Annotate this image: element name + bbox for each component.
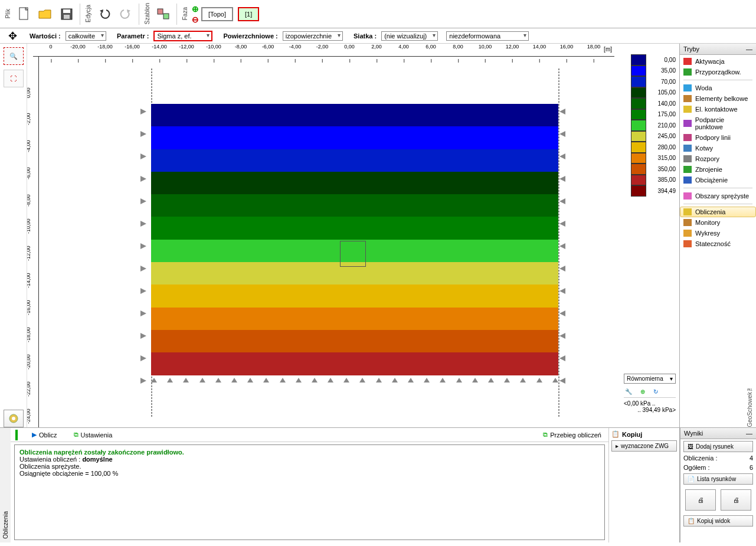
mode-item-0[interactable]: Aktywacja (680, 56, 756, 67)
contour-plot (151, 104, 558, 375)
main-area: 🔍 ⛶ 0-20,00-18,00-16,00-14,00-12,00-10,0… (0, 44, 756, 427)
copy-view-button[interactable]: 📋Kopiuj widok (683, 515, 753, 527)
remove-phase-button[interactable]: ⊖ (192, 15, 199, 24)
print-button-1[interactable]: 🖨 (685, 489, 716, 511)
file-group-label: Plik (4, 8, 12, 19)
svg-rect-5 (163, 14, 169, 19)
modes-title: Tryby (683, 45, 699, 53)
move-icon[interactable]: ✥ (8, 30, 17, 42)
settings-button[interactable]: ⧉Ustawienia (71, 430, 115, 440)
phase-1-button[interactable]: [1] (238, 7, 259, 21)
phase-topo-button[interactable]: [Topo] (201, 7, 233, 21)
bottom-side-label: Obliczenia (2, 508, 9, 542)
bottom-section: Obliczenia ▶Oblicz ⧉Ustawienia ⧉Przebieg… (0, 427, 756, 542)
horizontal-ruler: 0-20,00-18,00-16,00-14,00-12,00-10,00-8,… (33, 44, 614, 57)
copy-zwg-button[interactable]: ▸wyznaczone ZWG (611, 440, 677, 452)
surface-select[interactable]: izopowierzchnie (283, 31, 343, 41)
legend-config-icon[interactable]: 🔧 (625, 388, 632, 395)
mode-item-10[interactable]: Obciążenie (680, 175, 756, 185)
top-toolbar: Plik Edycja Szablon Faza ⊕ ⊖ [Topo] [1] (0, 0, 756, 28)
legend: 0,0035,0070,00105,00140,00175,00210,0024… (620, 44, 679, 427)
surface-label: Powierzchniowe : (223, 32, 277, 40)
legend-reset-icon[interactable]: ↻ (653, 388, 658, 395)
kopiuj-panel: 📋Kopiuj ▸wyznaczone ZWG (608, 428, 679, 542)
modes-panel: Tryby— AktywacjaPrzyporządkow.WodaElemen… (679, 44, 756, 427)
template-button[interactable] (154, 2, 173, 26)
minimize-icon[interactable]: — (746, 430, 752, 437)
mode-item-5[interactable]: Podparcie punktowe (680, 115, 756, 132)
vertical-ruler: 0,00-2,00-4,00-6,00-8,00-10,00-12,00-14,… (27, 57, 39, 427)
canvas[interactable]: 0-20,00-18,00-16,00-14,00-12,00-10,00-8,… (27, 44, 620, 427)
mode-item-1[interactable]: Przyporządkow. (680, 67, 756, 77)
deform-select[interactable]: niezdeformowana (446, 31, 529, 41)
save-file-button[interactable] (57, 2, 76, 26)
phase-group-label: Faza (181, 6, 189, 21)
wyniki-title: Wyniki (684, 430, 703, 437)
calc-progress-button[interactable]: ⧉Przebieg obliczeń (541, 430, 604, 440)
legend-add-icon[interactable]: ⊕ (640, 388, 645, 395)
values-label: Wartości : (30, 32, 61, 40)
selection-rect (340, 241, 366, 267)
mesh-select[interactable]: (nie wizualizuj) (381, 31, 438, 41)
mode-item-6[interactable]: Podpory linii (680, 132, 756, 143)
edit-group-label: Edycja (84, 4, 93, 24)
add-phase-button[interactable]: ⊕ (192, 4, 199, 14)
print-button-2[interactable]: 🖨 (721, 489, 751, 511)
log-output: Obliczenia naprężeń zostały zakończone p… (14, 444, 605, 540)
legend-min: <0,00 kPa .. (624, 400, 676, 407)
parameter-bar: ✥ Wartości : całkowite Parametr : Sigma … (0, 28, 756, 44)
mode-item-12[interactable]: Obliczenia (680, 207, 756, 217)
param-select[interactable]: Sigma z, ef. (153, 31, 212, 41)
list-drawings-button[interactable]: 📄Lista rysunków (683, 473, 753, 485)
copy-icon: 📋 (611, 430, 620, 438)
legend-scale-select[interactable]: Równomierna▾ (624, 374, 676, 384)
zoom-tool[interactable]: 🔍 (4, 47, 24, 65)
settings-gear-button[interactable] (4, 410, 24, 427)
svg-point-7 (12, 417, 15, 420)
mode-item-15[interactable]: Stateczność (680, 238, 756, 249)
mode-item-11[interactable]: Obszary sprężyste (680, 191, 756, 201)
mode-item-8[interactable]: Rozpory (680, 153, 756, 164)
mode-item-13[interactable]: Monitory (680, 217, 756, 228)
mode-item-4[interactable]: El. kontaktowe (680, 104, 756, 115)
mesh-label: Siatka : (354, 32, 377, 40)
param-label: Parametr : (117, 32, 149, 40)
extent-tool[interactable]: ⛶ (4, 70, 24, 87)
mode-item-14[interactable]: Wykresy (680, 228, 756, 238)
mode-item-9[interactable]: Zbrojenie (680, 164, 756, 175)
wyniki-panel: Wyniki— 🖼Dodaj rysunek Obliczenia :4 Ogó… (679, 428, 756, 542)
unit-label: [m] (604, 46, 612, 53)
new-file-button[interactable] (15, 2, 34, 26)
legend-max: .. 394,49 kPa> (624, 407, 676, 413)
open-file-button[interactable] (36, 2, 55, 26)
calculate-button[interactable]: ▶Oblicz (30, 430, 60, 440)
values-select[interactable]: całkowite (66, 31, 106, 41)
left-toolbar: 🔍 ⛶ (0, 44, 27, 427)
svg-rect-2 (63, 9, 70, 13)
mode-item-2[interactable]: Woda (680, 83, 756, 93)
geoschowek-label: GeoSchowek™ (747, 385, 753, 427)
svg-rect-3 (64, 15, 70, 19)
mode-item-3[interactable]: Elementy belkowe (680, 93, 756, 104)
template-group-label: Szablon (143, 2, 152, 25)
redo-button[interactable] (116, 2, 135, 26)
minimize-icon[interactable]: — (746, 45, 752, 53)
svg-rect-4 (158, 9, 163, 14)
undo-button[interactable] (95, 2, 114, 26)
mode-item-7[interactable]: Kotwy (680, 143, 756, 153)
add-drawing-button[interactable]: 🖼Dodaj rysunek (683, 441, 753, 452)
